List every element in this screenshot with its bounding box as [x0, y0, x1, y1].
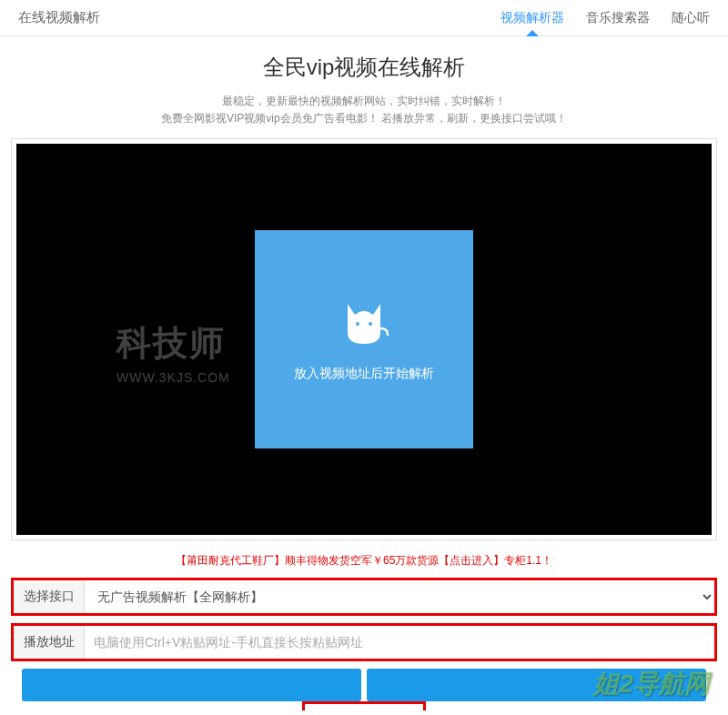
tab-video-parser[interactable]: 视频解析器: [500, 10, 564, 26]
ad-text[interactable]: 【莆田耐克代工鞋厂】顺丰得物发货空军￥65万款货源【点击进入】专柜1.1！: [0, 553, 728, 569]
new-button-bg[interactable]: [367, 669, 706, 701]
go-button[interactable]: Go-点击开始解析: [305, 704, 423, 710]
address-label: 播放地址: [14, 626, 85, 659]
subtitle-line-2: 免费全网影视VIP视频vip会员免广告看电影！ 若播放异常，刷新，更换接口尝试哦…: [0, 110, 728, 127]
video-player[interactable]: 放入视频地址后开始解析 科技师 WWW.3KJS.COM: [16, 144, 712, 535]
interface-label: 选择接口: [14, 580, 85, 613]
cat-icon: [337, 297, 391, 351]
button-highlight: Go-点击开始解析 New-点击全屏解析: [302, 701, 426, 710]
go-button-bg[interactable]: [22, 669, 361, 701]
watermark: 科技师 WWW.3KJS.COM: [116, 320, 230, 385]
tab-music-search[interactable]: 音乐搜索器: [586, 10, 650, 26]
tab-casual-listen[interactable]: 随心听: [672, 10, 710, 26]
interface-row: 选择接口 无广告视频解析【全网解析】: [11, 578, 717, 616]
address-input[interactable]: [85, 626, 714, 659]
video-container: 放入视频地址后开始解析 科技师 WWW.3KJS.COM: [11, 138, 717, 540]
svg-point-0: [356, 322, 359, 326]
header: 在线视频解析 视频解析器 音乐搜索器 随心听: [0, 0, 728, 36]
subtitle: 最稳定，更新最快的视频解析网站，实时纠错，实时解析！ 免费全网影视VIP视频vi…: [0, 93, 728, 127]
subtitle-line-1: 最稳定，更新最快的视频解析网站，实时纠错，实时解析！: [0, 93, 728, 110]
header-title: 在线视频解析: [18, 9, 100, 26]
nav-tabs: 视频解析器 音乐搜索器 随心听: [500, 10, 710, 26]
address-row: 播放地址: [11, 623, 717, 661]
svg-point-1: [369, 322, 372, 326]
page-title: 全民vip视频在线解析: [0, 53, 728, 82]
player-hint: 放入视频地址后开始解析: [294, 366, 434, 382]
player-placeholder: 放入视频地址后开始解析: [255, 230, 473, 448]
watermark-main: 科技师: [116, 320, 230, 367]
watermark-sub: WWW.3KJS.COM: [116, 370, 230, 385]
interface-select[interactable]: 无广告视频解析【全网解析】: [85, 580, 714, 613]
button-container: Go-点击开始解析 New-点击全屏解析: [11, 669, 717, 701]
